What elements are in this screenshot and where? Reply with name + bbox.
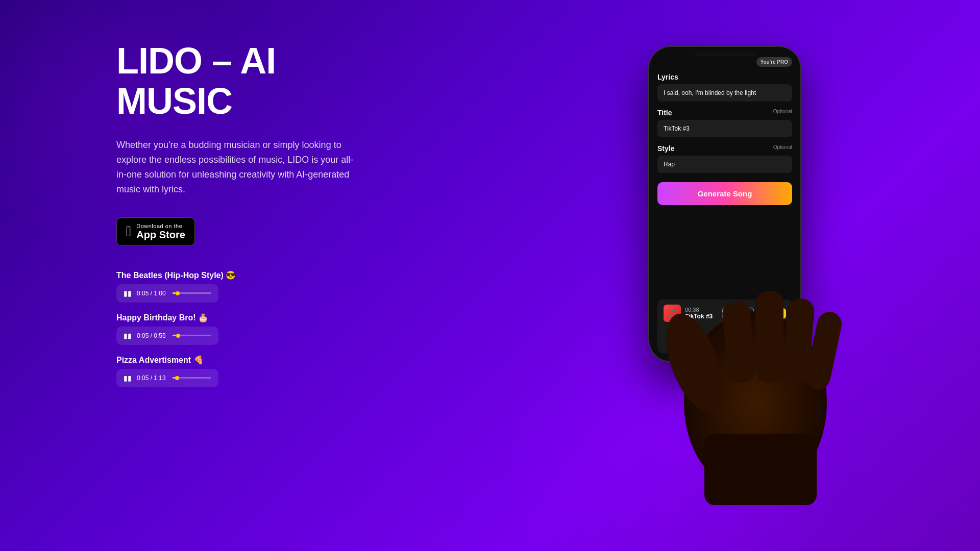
apple-icon:  bbox=[126, 224, 131, 239]
progress-3[interactable] bbox=[173, 377, 211, 379]
progress-2[interactable] bbox=[173, 335, 211, 336]
song-list: The Beatles (Hip-Hop Style) 😎 ▮▮ 0:05 / … bbox=[116, 270, 402, 387]
phone-form: Lyrics Title Optional Style Optional Gen… bbox=[657, 73, 792, 299]
player-bar-2[interactable]: ▮▮ 0:05 / 0:55 bbox=[116, 327, 218, 345]
song-item-3: Pizza Advertisment 🍕 ▮▮ 0:05 / 1:13 bbox=[116, 355, 402, 387]
nav-music-icon[interactable]: 🎵 bbox=[678, 331, 690, 342]
svg-rect-6 bbox=[704, 434, 817, 505]
song-title-3: Pizza Advertisment 🍕 bbox=[116, 355, 402, 365]
hero-content: LIDO – AI MUSIC Whether you're a budding… bbox=[116, 41, 402, 387]
lyrics-label: Lyrics bbox=[657, 73, 792, 81]
copy-link-button[interactable]: Copy Link bbox=[722, 308, 754, 319]
svg-rect-5 bbox=[803, 310, 844, 392]
style-optional: Optional bbox=[773, 144, 792, 150]
title-optional: Optional bbox=[773, 109, 792, 114]
song-title-2: Happy Birthday Bro! 🎂 bbox=[116, 313, 402, 322]
hero-description: Whether you're a budding musician or sim… bbox=[116, 138, 361, 196]
svg-rect-2 bbox=[721, 300, 756, 384]
track-time: 00:38 bbox=[685, 307, 718, 313]
track-info: 00:38 TikTok #3 bbox=[685, 307, 718, 320]
phone-hand-container: You're PRO Lyrics Title Optional Style O… bbox=[582, 31, 939, 515]
song-item-1: The Beatles (Hip-Hop Style) 😎 ▮▮ 0:05 / … bbox=[116, 270, 402, 303]
style-input[interactable] bbox=[657, 156, 792, 173]
pause-icon-1[interactable]: ▮▮ bbox=[124, 289, 132, 297]
nav-profile-icon[interactable]: 👤 bbox=[760, 331, 771, 342]
phone-frame: You're PRO Lyrics Title Optional Style O… bbox=[648, 46, 801, 362]
lyrics-input[interactable] bbox=[657, 84, 792, 102]
style-label: Style Optional bbox=[657, 144, 792, 153]
generate-song-button[interactable]: Generate Song bbox=[657, 182, 792, 205]
player-bar-1[interactable]: ▮▮ 0:05 / 1:00 bbox=[116, 284, 218, 303]
bottom-nav: 🎵 🎼 👤 bbox=[664, 327, 786, 342]
pro-badge: You're PRO bbox=[756, 57, 792, 67]
download-on-text: Download on the bbox=[136, 223, 185, 229]
track-thumbnail: 🎵 bbox=[664, 305, 681, 322]
time-1: 0:05 / 1:00 bbox=[137, 290, 167, 297]
svg-rect-4 bbox=[781, 297, 816, 386]
pause-icon-3[interactable]: ▮▮ bbox=[124, 374, 132, 382]
progress-1[interactable] bbox=[173, 292, 211, 294]
nav-notes-icon[interactable]: 🎼 bbox=[719, 331, 730, 342]
song-title-1: The Beatles (Hip-Hop Style) 😎 bbox=[116, 270, 402, 280]
nav-indicator bbox=[704, 346, 745, 348]
phone-player-bottom: 🎵 00:38 TikTok #3 Copy Link SHARE 🎵 🎼 👤 bbox=[657, 299, 792, 353]
main-title: LIDO – AI MUSIC bbox=[116, 41, 402, 121]
app-store-button[interactable]:  Download on the App Store bbox=[116, 217, 195, 246]
track-name: TikTok #3 bbox=[685, 313, 718, 320]
pause-icon-2[interactable]: ▮▮ bbox=[124, 332, 132, 340]
svg-rect-3 bbox=[755, 291, 783, 383]
time-2: 0:05 / 0:55 bbox=[137, 332, 167, 339]
phone-screen: You're PRO Lyrics Title Optional Style O… bbox=[649, 47, 800, 361]
app-store-name: App Store bbox=[136, 229, 185, 240]
share-button[interactable]: SHARE bbox=[758, 308, 786, 319]
song-item-2: Happy Birthday Bro! 🎂 ▮▮ 0:05 / 0:55 bbox=[116, 313, 402, 345]
svg-point-0 bbox=[684, 311, 827, 495]
hand-svg bbox=[618, 148, 873, 505]
time-3: 0:05 / 1:13 bbox=[137, 374, 167, 382]
player-bar-3[interactable]: ▮▮ 0:05 / 1:13 bbox=[116, 369, 218, 387]
svg-point-1 bbox=[655, 307, 733, 418]
phone-notch bbox=[694, 52, 755, 56]
title-input[interactable] bbox=[657, 120, 792, 137]
phone-wrapper: You're PRO Lyrics Title Optional Style O… bbox=[648, 46, 796, 362]
title-label: Title Optional bbox=[657, 109, 792, 117]
